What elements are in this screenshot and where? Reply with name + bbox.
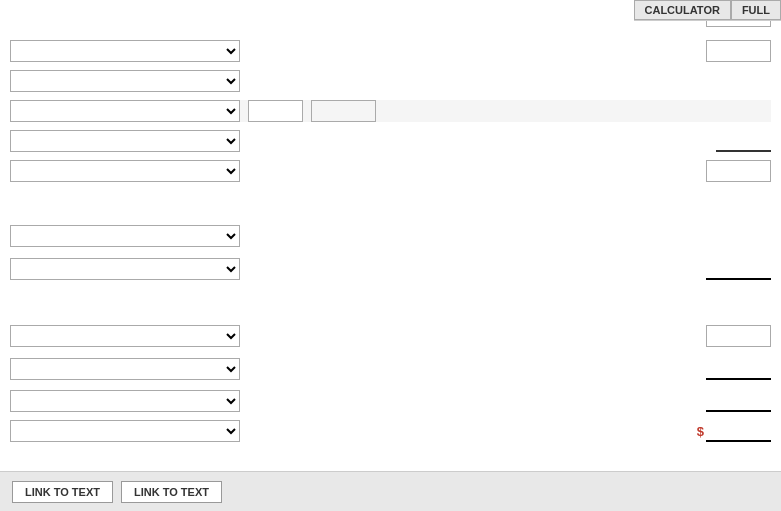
form-row-2 <box>10 40 771 62</box>
input-row5[interactable] <box>716 130 771 152</box>
link-to-text-button-2[interactable]: LINK TO TEXT <box>121 481 222 503</box>
form-row-8 <box>10 225 771 247</box>
dropdown-row5[interactable] <box>10 130 240 152</box>
input-row11[interactable] <box>706 325 771 347</box>
full-button[interactable]: FULL <box>731 0 781 20</box>
calculator-button[interactable]: CALCULATOR <box>634 0 731 20</box>
form-row-3 <box>10 70 771 92</box>
form-row-11 <box>10 325 771 347</box>
dropdown-row12[interactable] <box>10 358 240 380</box>
form-row-14: $ <box>10 420 771 442</box>
input-row2[interactable] <box>706 40 771 62</box>
form-row-5 <box>10 130 771 152</box>
input-row14[interactable] <box>706 420 771 442</box>
form-row-13 <box>10 390 771 412</box>
dropdown-row4[interactable] <box>10 100 240 122</box>
input-row4a[interactable] <box>248 100 303 122</box>
dropdown-row13[interactable] <box>10 390 240 412</box>
link-to-text-button-1[interactable]: LINK TO TEXT <box>12 481 113 503</box>
dropdown-row11[interactable] <box>10 325 240 347</box>
dropdown-row6[interactable] <box>10 160 240 182</box>
form-row-6 <box>10 160 771 182</box>
input-row9[interactable] <box>706 258 771 280</box>
form-row-4 <box>10 100 771 122</box>
dollar-sign: $ <box>697 424 704 439</box>
dropdown-row3[interactable] <box>10 70 240 92</box>
form-row-9 <box>10 258 771 280</box>
input-row13[interactable] <box>706 390 771 412</box>
dollar-input-wrap: $ <box>697 420 771 442</box>
form-row-12 <box>10 358 771 380</box>
dropdown-row2[interactable] <box>10 40 240 62</box>
main-content: $ <box>0 0 781 471</box>
dropdown-row9[interactable] <box>10 258 240 280</box>
input-row6[interactable] <box>706 160 771 182</box>
dropdown-row8[interactable] <box>10 225 240 247</box>
input-row4b[interactable] <box>311 100 376 122</box>
dropdown-row14[interactable] <box>10 420 240 442</box>
top-bar: CALCULATOR FULL <box>634 0 781 21</box>
input-row12[interactable] <box>706 358 771 380</box>
bottom-bar: LINK TO TEXT LINK TO TEXT <box>0 471 781 511</box>
